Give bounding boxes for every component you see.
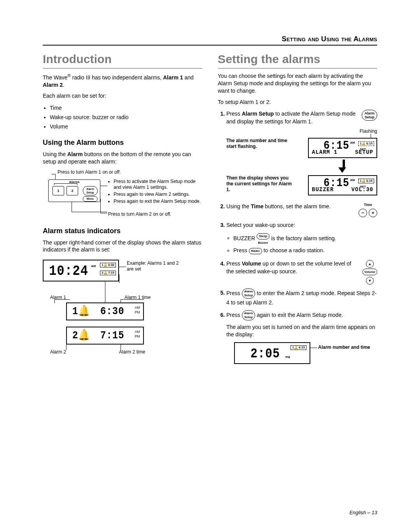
txt: Volume xyxy=(242,260,261,267)
remote-button-1: 1 xyxy=(52,186,64,195)
intro-paragraph: The Wave® radio III has two independent … xyxy=(43,72,202,88)
txt: AM xyxy=(135,306,140,309)
list-item: Press Radio to choose a radio station. xyxy=(233,246,377,255)
list-item: Press again to view Alarm 2 settings. xyxy=(114,192,201,197)
final-figure: 2:05 PM 1🔔 6:15 Alarm number and time xyxy=(226,342,377,369)
list-item: Wake-up source: buzzer or radio xyxy=(50,113,202,122)
lcd-setup1-l2b: SETUP xyxy=(355,149,373,156)
setup-figure: Flashing The alarm number and time start… xyxy=(226,128,377,199)
lcd-clock: 10:24 xyxy=(49,262,88,280)
txt: AM xyxy=(135,330,140,334)
txt: Press to turn Alarm 1 on or off. xyxy=(58,169,121,175)
using-paragraph: Using the Alarm buttons on the bottom of… xyxy=(43,151,202,165)
txt: Press xyxy=(233,247,249,253)
down-arrow-icon xyxy=(341,160,346,173)
lcd-a1-ampm: AM PM xyxy=(135,306,140,315)
lcd-main: 10:24 AM 1🔔 6:30 2🔔 7:15 xyxy=(43,260,119,281)
lcd-final-time: 2:05 xyxy=(250,346,280,362)
txt: radio III has two independent alarms, xyxy=(71,74,163,81)
step-2: Using the Time buttons, set the alarm ti… xyxy=(226,202,377,217)
flashing-label: Flashing xyxy=(360,128,377,134)
txt: Press xyxy=(226,260,242,267)
lcd-a1-time: 6:30 xyxy=(100,305,124,318)
lcd-setup1: 6:15 AM 1🔔 6:15 SET ALARM 1 SETUP xyxy=(308,138,377,158)
radio-icon: Radio xyxy=(249,248,262,254)
lcd-setup1-l2a: ALARM 1 xyxy=(312,149,338,156)
txt: and xyxy=(183,74,194,81)
list-item: Press to activate the Alarm Setup mode a… xyxy=(114,179,201,190)
txt: is the factory alarm setting. xyxy=(271,235,336,241)
step-4: Press Volume up or down to set the volum… xyxy=(226,260,377,285)
note-flashing: The alarm number and time start flashing… xyxy=(226,138,292,149)
list-item: Volume xyxy=(50,122,202,132)
final-para: The alarm you set is turned on and the a… xyxy=(226,324,377,338)
right-column: Setting the alarms You can choose the se… xyxy=(218,53,377,373)
lcd-final-pm: PM xyxy=(285,355,290,359)
step-3: Select your wake-up source: BUZZER Sleep… xyxy=(226,221,377,256)
lcd-a2-num: 2🔔 xyxy=(72,329,90,343)
left-column: Introduction The Wave® radio III has two… xyxy=(43,53,202,373)
caption-alarm2-onoff: Press to turn Alarm 2 on or off. xyxy=(108,211,172,217)
txt: to choose a radio station. xyxy=(264,247,324,253)
step-1: Press Alarm Setup to activate the Alarm … xyxy=(226,110,377,199)
lcd-a2-ampm: AM PM xyxy=(135,330,140,339)
txt: Alarm xyxy=(67,151,83,157)
txt: buttons, set the alarm time. xyxy=(263,203,331,209)
time-plus-icon: + xyxy=(369,209,377,217)
step-6: Press Alarm Setup again to exit the Alar… xyxy=(226,310,377,369)
lcd-setup2-l2b: VOL:30 xyxy=(352,186,373,193)
txt: Using the xyxy=(43,151,67,157)
time-label: Time xyxy=(359,202,377,207)
alarm-setup-icon: Alarm Setup xyxy=(362,110,377,121)
lcd-alarm1-detail: 1🔔 6:30 AM PM xyxy=(66,302,144,320)
remote-button-2: 2 xyxy=(66,186,78,195)
remote-outline: Alarms 1 2 Alarm Setup Menu xyxy=(48,179,100,202)
setup-steps: Press Alarm Setup to activate the Alarm … xyxy=(218,110,377,369)
heading-alarm-status: Alarm status indicators xyxy=(43,227,202,235)
txt: Using the xyxy=(226,203,251,209)
lcd-a2-time: 7:15 xyxy=(100,329,124,343)
remote-figure: Press to turn Alarm 1 on or off. Alarms … xyxy=(43,169,202,220)
alarm-setup-icon: Alarm Setup xyxy=(242,310,256,320)
lcd-final: 2:05 PM 1🔔 6:15 xyxy=(234,342,310,364)
step-5: Press Alarm Setup to enter the Alarm 2 s… xyxy=(226,288,377,306)
right-p1: You can choose the settings for each ala… xyxy=(218,72,377,95)
list-item: Press again to exit the Alarm Setup mode… xyxy=(114,199,201,204)
alarm-setup-icon: Alarm Setup xyxy=(242,288,256,299)
status-figure: 10:24 AM 1🔔 6:30 2🔔 7:15 Example: Alarms… xyxy=(43,257,202,359)
lcd-alarm2-detail: 2🔔 7:15 AM PM xyxy=(66,327,144,345)
txt: Press xyxy=(226,290,242,296)
volume-up-icon: ▲ xyxy=(366,260,374,268)
caption-alarm1-onoff: Press to turn Alarm 1 on or off. xyxy=(58,169,121,175)
txt: The Wave xyxy=(43,74,67,81)
lcd-clock-ampm: AM xyxy=(91,264,96,268)
txt: again to exit the Alarm Setup mode. xyxy=(257,312,343,318)
txt: Time xyxy=(251,203,263,209)
note-current-settings: Then the display shows you the current s… xyxy=(226,175,292,193)
time-minus-icon: − xyxy=(359,209,367,217)
txt: Alarm 1 xyxy=(163,74,183,81)
each-alarm-para: Each alarm can be set for: xyxy=(43,92,202,100)
heading-introduction: Introduction xyxy=(43,53,202,69)
status-paragraph: The upper right-hand corner of the displ… xyxy=(43,239,202,254)
label-alarm-number-time: Alarm number and time xyxy=(318,345,373,350)
lcd-setup2-alarmbox: 1🔔 6:15 xyxy=(358,179,374,183)
lcd-final-alarmbox: 1🔔 6:15 xyxy=(290,345,306,350)
volume-down-icon: ▼ xyxy=(366,277,374,285)
lcd-setup1-ampm: AM xyxy=(350,141,355,145)
caption-example: Example: Alarms 1 and 2 are set xyxy=(127,260,181,272)
page: Setting and Using the Alarms Introductio… xyxy=(0,0,420,531)
heading-using-alarm-buttons: Using the Alarm buttons xyxy=(43,139,202,147)
txt: Press xyxy=(226,111,242,117)
txt: Select your wake-up source: xyxy=(226,222,295,228)
txt: BUZZER xyxy=(233,235,257,241)
txt: Press xyxy=(226,312,242,318)
alarm-settings-list: Time Wake-up source: buzzer or radio Vol… xyxy=(43,104,202,131)
remote-button-alarm-setup: Alarm Setup xyxy=(83,186,98,195)
lcd-setup2-l2a: BUZZER xyxy=(312,186,334,193)
lcd-setup2-ampm: AM xyxy=(350,178,355,182)
page-footer: English – 13 xyxy=(349,510,377,515)
label-alarm2-time: Alarm 2 time xyxy=(119,349,145,355)
volume-buttons-icon: ▲ Volume ▼ xyxy=(362,260,377,285)
remote-button-menu: Menu xyxy=(83,196,98,202)
